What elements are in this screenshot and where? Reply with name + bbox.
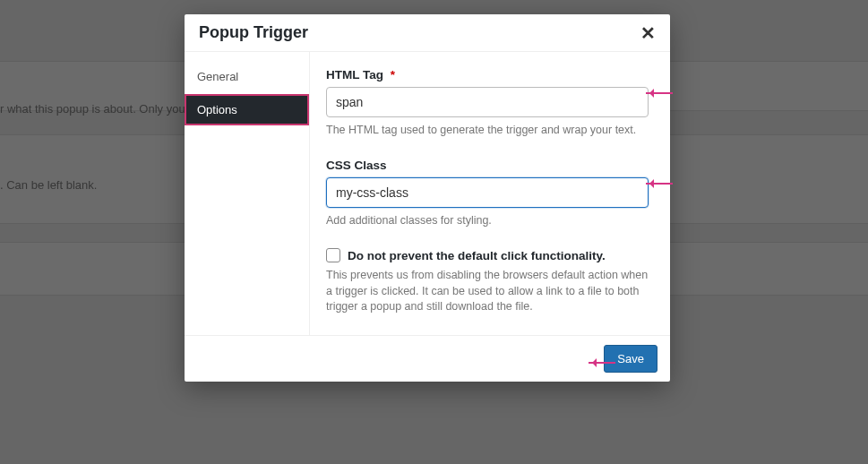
html-tag-input[interactable] (326, 87, 649, 117)
required-marker: * (391, 68, 395, 82)
no-default-row[interactable]: Do not prevent the default click functio… (326, 248, 649, 262)
options-panel: HTML Tag * The HTML tag used to generate… (310, 52, 670, 335)
modal-title: Popup Trigger (199, 23, 308, 42)
css-class-input[interactable] (326, 177, 649, 208)
no-default-field: Do not prevent the default click functio… (326, 248, 649, 315)
annotation-arrow-icon (589, 362, 615, 364)
annotation-arrow-icon (646, 92, 673, 94)
html-tag-field: HTML Tag * The HTML tag used to generate… (326, 68, 649, 139)
close-icon[interactable]: ✕ (640, 24, 656, 42)
popup-trigger-modal: Popup Trigger ✕ General Options HTML Tag… (185, 14, 670, 382)
tab-general[interactable]: General (185, 61, 309, 92)
tab-options[interactable]: Options (185, 94, 309, 125)
css-class-field: CSS Class Add additional classes for sty… (326, 159, 649, 229)
no-default-label: Do not prevent the default click functio… (348, 249, 606, 262)
save-button[interactable]: Save (604, 345, 657, 373)
css-class-help: Add additional classes for styling. (326, 213, 649, 229)
modal-footer: Save (185, 335, 670, 382)
no-default-checkbox[interactable] (326, 248, 340, 262)
modal-header: Popup Trigger ✕ (185, 14, 670, 52)
modal-tabs: General Options (185, 52, 310, 335)
html-tag-help: The HTML tag used to generate the trigge… (326, 123, 649, 139)
html-tag-label-text: HTML Tag (326, 68, 383, 82)
css-class-label: CSS Class (326, 159, 649, 172)
html-tag-label: HTML Tag * (326, 68, 649, 82)
modal-body: General Options HTML Tag * The HTML tag … (185, 52, 670, 335)
annotation-arrow-icon (646, 183, 673, 185)
no-default-help: This prevents us from disabling the brow… (326, 268, 649, 315)
